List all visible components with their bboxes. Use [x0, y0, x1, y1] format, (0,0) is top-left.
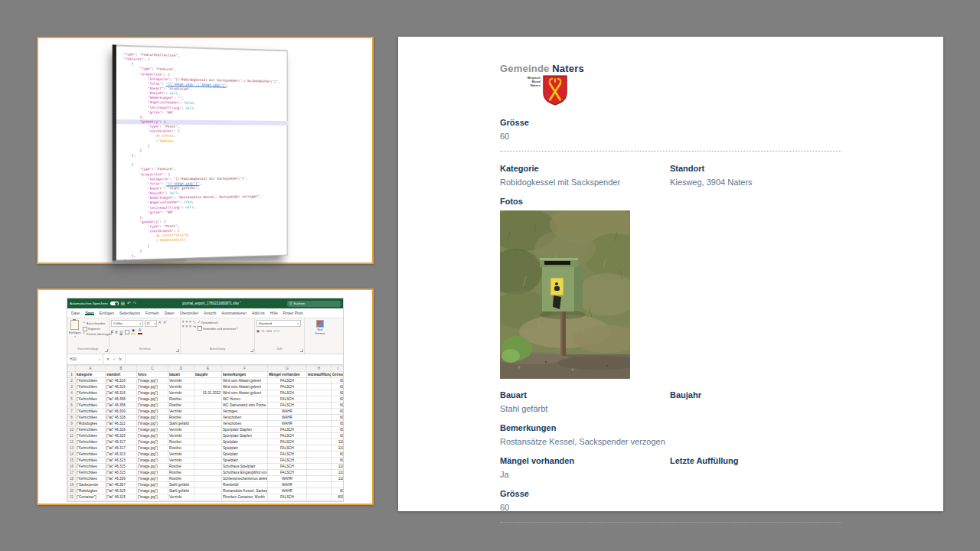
cell[interactable]	[194, 482, 222, 488]
cell[interactable]: Rostfrei	[168, 403, 194, 409]
cell[interactable]: Rostbefall	[222, 482, 268, 488]
cell[interactable]: ["Robidogkes	[76, 488, 106, 494]
cell[interactable]	[194, 396, 222, 403]
cell[interactable]: ["lat":46.315	[106, 470, 137, 476]
ribbon-tab-start[interactable]: Start	[85, 311, 93, 315]
decimal-icons[interactable]: ↩↪	[274, 329, 279, 333]
cell[interactable]: FALSCH	[268, 378, 307, 384]
cell[interactable]	[307, 378, 332, 384]
cell[interactable]	[307, 488, 332, 494]
underline-button[interactable]: U	[119, 330, 122, 334]
cell[interactable]: FALSCH	[268, 403, 307, 409]
cell[interactable]: Stahl gefärbt	[168, 488, 194, 494]
align-right-icon[interactable]: ≡	[189, 324, 191, 328]
row-number[interactable]: 13	[68, 445, 76, 452]
cell[interactable]: Sportplatz Stapfen	[222, 433, 268, 439]
merge-center-button[interactable]: Verbinden und zentrieren▾	[198, 326, 238, 331]
cell[interactable]: 60	[332, 378, 345, 384]
cell[interactable]: ["lat":46.359	[106, 476, 137, 482]
cell[interactable]: ["image.jpg"]	[137, 482, 168, 488]
cell[interactable]: Mängel vorhanden	[268, 372, 307, 378]
cell[interactable]: ["Kehrichtkes	[76, 415, 106, 421]
cell[interactable]: Verzinkt	[168, 452, 194, 458]
cell[interactable]	[307, 494, 332, 500]
cell[interactable]	[194, 415, 222, 421]
cell[interactable]: FALSCH	[268, 470, 307, 476]
cell[interactable]: ["lat":46.309	[106, 409, 137, 415]
cell[interactable]: 110	[332, 470, 345, 476]
cell[interactable]	[194, 403, 222, 409]
cell[interactable]: ["lat":46.317	[106, 439, 137, 445]
cell[interactable]	[194, 488, 222, 494]
cell[interactable]: ["image.jpg"]	[137, 464, 168, 470]
undo-icon[interactable]: ↶	[127, 302, 131, 306]
cell[interactable]	[307, 470, 332, 476]
cell[interactable]: 01.01.2022	[194, 390, 222, 396]
cell[interactable]: ["image.jpg"]	[137, 384, 168, 390]
cell[interactable]: Wird vom Abwart geleert	[222, 384, 268, 390]
font-color-button[interactable]: A	[138, 329, 142, 334]
cell[interactable]: FALSCH	[268, 433, 307, 439]
cell[interactable]	[307, 476, 332, 482]
cell[interactable]: Grösse	[332, 372, 345, 378]
cell[interactable]	[307, 390, 332, 396]
cell[interactable]: 60	[332, 384, 345, 390]
cell[interactable]: ["Sackspende	[76, 482, 106, 488]
percent-icon[interactable]: %	[262, 329, 265, 333]
cell[interactable]: 110	[332, 439, 345, 445]
cell[interactable]: WAHR	[268, 415, 307, 421]
cell[interactable]: ["Kehrichtkes	[76, 476, 106, 482]
cell[interactable]: Schulhaus Spielplatz	[222, 464, 268, 470]
cell[interactable]: bauart	[168, 372, 194, 378]
dialog-launcher[interactable]	[105, 349, 108, 352]
ribbon-tab-seitenlayout[interactable]: Seitenlayout	[119, 311, 140, 315]
cell[interactable]: ["Kehrichtkes	[76, 396, 106, 403]
cell[interactable]	[194, 439, 222, 445]
cell[interactable]: WAHR	[268, 488, 307, 494]
cell[interactable]: Stahl gefärbt	[168, 421, 194, 427]
row-number[interactable]: 18	[68, 476, 76, 482]
row-number[interactable]: 15	[68, 458, 76, 464]
cell[interactable]: Verzinkt	[168, 458, 194, 464]
cell[interactable]: FALSCH	[268, 464, 307, 470]
currency-icon[interactable]: ▣	[256, 329, 260, 333]
cell[interactable]	[194, 470, 222, 476]
cell[interactable]: ["lat":46.316	[106, 390, 137, 396]
cell[interactable]	[307, 458, 332, 464]
cell[interactable]: baujahr	[194, 372, 222, 378]
cell[interactable]: Verzinkt	[168, 390, 194, 396]
cell[interactable]: FALSCH	[268, 458, 307, 464]
cell[interactable]: Spielplatz	[222, 445, 268, 452]
enter-icon[interactable]: ✓	[113, 357, 116, 361]
cell[interactable]: Spielplatz	[222, 439, 268, 445]
cell[interactable]: ["Kehrichtkes	[76, 470, 106, 476]
column-header[interactable]: C	[137, 366, 168, 372]
cell[interactable]: ["image.jpg"]	[137, 427, 168, 433]
cell[interactable]: Rostfrei	[168, 439, 194, 445]
indent-icon[interactable]: ⇥	[193, 324, 196, 328]
cell[interactable]: ["lat":46.316	[106, 378, 137, 384]
cell[interactable]: 60	[332, 403, 345, 409]
italic-button[interactable]: K	[116, 330, 118, 334]
cell[interactable]: ["image.jpg"]	[137, 439, 168, 445]
cell[interactable]: Verschoben	[222, 421, 268, 427]
cell[interactable]: ["lat":46.315	[106, 488, 137, 494]
cell[interactable]	[307, 396, 332, 403]
search-box[interactable]: ⚲ Suchen	[287, 301, 341, 307]
code-screenshot-panel[interactable]: "type": "FeatureCollection","features": …	[37, 37, 374, 264]
cell[interactable]: Verzinkt	[168, 409, 194, 415]
cell[interactable]: FALSCH	[268, 445, 307, 452]
cell[interactable]: Wird vom Abwart geleert	[222, 390, 268, 396]
row-number[interactable]: 12	[68, 439, 76, 445]
cell[interactable]: Verschoben	[222, 415, 268, 421]
cell[interactable]: Verzinkt	[168, 427, 194, 433]
align-top-icon[interactable]: ≡	[182, 320, 185, 324]
ribbon-tab-ansicht[interactable]: Ansicht	[204, 311, 216, 315]
cell[interactable]: bemerkungen	[222, 372, 268, 378]
cell[interactable]: 60	[332, 390, 345, 396]
row-number[interactable]: 20	[68, 488, 76, 494]
cell[interactable]: Verzinkt	[168, 494, 194, 500]
cell[interactable]: ["Kehrichtkes	[76, 427, 106, 433]
cell[interactable]	[194, 409, 222, 415]
cell[interactable]: Spielplatz	[222, 458, 268, 464]
